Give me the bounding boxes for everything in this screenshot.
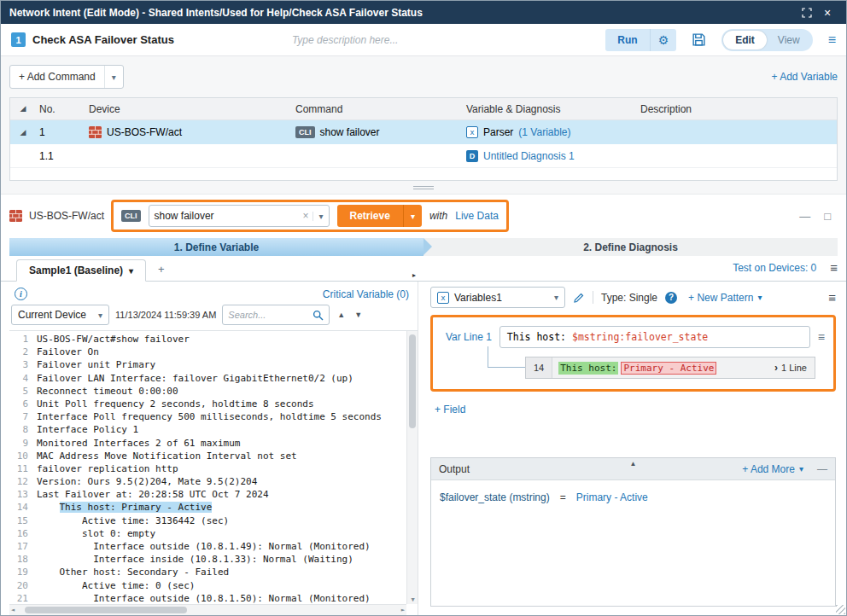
add-more-button[interactable]: + Add More ▾ [742, 463, 803, 475]
collapse-all-icon[interactable]: ◢ [20, 105, 26, 113]
find-previous-button[interactable]: ▲ [336, 309, 347, 321]
info-icon[interactable]: i [15, 288, 27, 300]
table-row[interactable]: ◢ 1 US-BOS-FW/act CLI show failover x Pa… [10, 120, 837, 144]
match-count-label: 1 Line [781, 363, 807, 373]
code-line: 3Failover unit Primary [9, 358, 418, 371]
pane-splitter-arrow-icon[interactable]: ▸ [412, 271, 416, 279]
output-value: Primary - Active [576, 491, 648, 503]
firewall-device-icon [9, 210, 22, 222]
horizontal-scrollbar[interactable]: ◄ ► [9, 604, 406, 615]
editor-section: US-BOS-FW/act CLI show failover × ▾ Retr… [1, 195, 846, 615]
hscroll-thumb[interactable] [25, 607, 187, 613]
intent-number-badge: 1 [11, 32, 26, 47]
popout-icon[interactable]: □ [824, 210, 831, 223]
command-combobox[interactable]: show failover × ▾ [149, 205, 330, 227]
toolbar-divider [593, 291, 593, 304]
scroll-right-icon[interactable]: ► [401, 607, 405, 613]
code-lines: 1US-BOS-FW/act#show failover2Failover On… [9, 331, 418, 615]
minimize-output-icon[interactable]: — [817, 463, 827, 475]
view-toggle-button[interactable]: View [767, 31, 811, 49]
add-field-link[interactable]: + Field [435, 404, 465, 416]
tab-sample1-baseline[interactable]: Sample1 (Baseline) ▾ [16, 259, 146, 282]
type-label: Type: Single [601, 292, 657, 304]
match-line-number: 14 [526, 357, 552, 378]
match-value-highlight: Primary - Active [621, 362, 716, 375]
menu-icon: ≡ [818, 330, 825, 344]
code-line: 13Last Failover at: 20:28:58 UTC Oct 7 2… [9, 488, 418, 501]
find-next-button[interactable]: ▼ [353, 309, 364, 321]
test-on-devices-link[interactable]: Test on Devices: 0 [733, 262, 816, 274]
collapse-row-icon[interactable]: ◢ [20, 129, 26, 137]
search-box [222, 305, 330, 325]
output-equals: = [560, 491, 566, 503]
close-button[interactable]: × [817, 1, 838, 24]
search-input[interactable] [228, 310, 313, 320]
edit-view-toggle: Edit View [721, 29, 812, 51]
sample-text-viewer[interactable]: 1US-BOS-FW/act#show failover2Failover On… [9, 330, 418, 615]
code-line: 14 This host: Primary - Active [9, 501, 418, 514]
tab-menu-button[interactable]: ≡ [830, 260, 838, 275]
run-button[interactable]: Run [605, 29, 650, 51]
restore-button[interactable] [797, 1, 817, 24]
window-titlebar: Network Intent (Edit Mode) - Shared Inte… [1, 1, 846, 24]
retrieve-dropdown-button[interactable]: ▾ [403, 205, 422, 227]
chevron-down-icon[interactable]: ▾ [104, 66, 123, 88]
step-define-diagnosis[interactable]: 2. Define Diagnosis [424, 238, 838, 256]
parser-icon: x [437, 292, 449, 304]
row-command-text: show failover [320, 126, 380, 138]
intent-header: 1 Check ASA Failover Status Run ⚙ Edit V… [1, 24, 846, 56]
code-line: 9Monitored Interfaces 2 of 61 maximum [9, 437, 418, 450]
edit-toggle-button[interactable]: Edit [723, 31, 767, 49]
step-define-variable[interactable]: 1. Define Variable [9, 238, 424, 256]
match-count-link[interactable]: › 1 Line [767, 362, 815, 374]
code-highlight: This host: Primary - Active [60, 502, 213, 513]
parser-variable-count-link[interactable]: (1 Variable) [518, 126, 570, 138]
row-device-name: US-BOS-FW/act [107, 126, 182, 138]
diagnosis-link[interactable]: Untitled Diagnosis 1 [483, 150, 575, 162]
description-input[interactable] [292, 34, 599, 46]
device-select[interactable]: Current Device ▾ [11, 305, 109, 325]
horizontal-splitter[interactable] [1, 181, 846, 195]
add-variable-link[interactable]: + Add Variable [771, 71, 838, 83]
add-command-button[interactable]: + Add Command ▾ [9, 65, 124, 89]
minimize-icon[interactable]: — [799, 210, 810, 223]
run-settings-button[interactable]: ⚙ [651, 29, 677, 51]
new-pattern-button[interactable]: + New Pattern ▾ [688, 292, 762, 304]
pattern-input[interactable]: This host: $mstring:failover_state [499, 326, 810, 348]
chevron-down-icon[interactable]: ▾ [129, 266, 133, 276]
table-empty-area [10, 168, 837, 180]
menu-icon: ≡ [830, 260, 838, 275]
clear-icon[interactable]: × [302, 210, 308, 222]
pattern-highlight-box: Var Line 1 This host: $mstring:failover_… [430, 315, 836, 392]
run-group: Run ⚙ [605, 29, 676, 51]
parser-label: Parser [483, 126, 513, 138]
header-menu-button[interactable]: ≡ [828, 32, 836, 48]
splitter-grip-icon[interactable] [413, 186, 434, 189]
save-button[interactable] [692, 32, 706, 47]
scroll-left-icon[interactable]: ◄ [11, 607, 15, 613]
match-result-row[interactable]: 14 This host: Primary - Active › 1 Line [525, 357, 815, 379]
output-variable-name: $failover_state (mstring) [440, 491, 550, 503]
help-icon[interactable]: ? [665, 292, 677, 304]
search-icon[interactable] [313, 310, 324, 321]
vertical-scrollbar[interactable]: ▼ [406, 331, 418, 604]
pattern-text: This host: [507, 331, 572, 343]
pattern-menu-button[interactable]: ≡ [818, 330, 825, 344]
chevron-down-icon[interactable]: ▾ [313, 212, 323, 221]
table-row[interactable]: 1.1 D Untitled Diagnosis 1 [10, 144, 837, 168]
add-sample-tab-button[interactable]: + [149, 259, 173, 281]
variables-select[interactable]: x Variables1 ▾ [430, 287, 565, 308]
collapse-panel-icon[interactable]: ▲ [630, 460, 637, 468]
live-data-link[interactable]: Live Data [455, 210, 499, 222]
chevron-down-icon: ▾ [799, 464, 803, 474]
variable-pane-menu-button[interactable]: ≡ [828, 290, 836, 305]
rename-variables-button[interactable] [573, 292, 585, 304]
code-line: 6Unit Poll frequency 2 seconds, holdtime… [9, 398, 418, 410]
vscroll-thumb[interactable] [409, 334, 416, 428]
pencil-icon [573, 292, 585, 304]
code-line: 17 Interface outside (10.8.1.49): Normal… [9, 540, 418, 553]
retrieve-button[interactable]: Retrieve [337, 205, 403, 227]
critical-variable-link[interactable]: Critical Variable (0) [323, 288, 409, 300]
scroll-down-icon[interactable]: ▼ [407, 597, 418, 603]
window-resize-grip[interactable] [836, 605, 845, 614]
